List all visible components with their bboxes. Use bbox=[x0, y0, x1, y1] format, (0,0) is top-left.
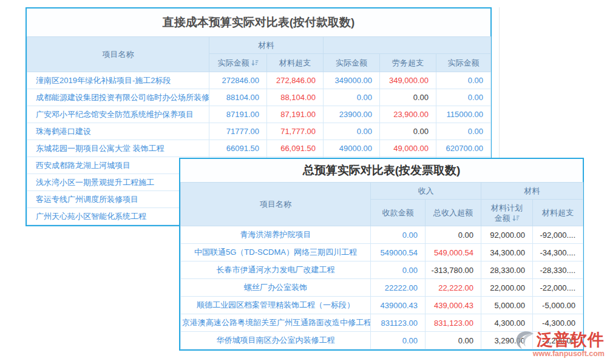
project-name-link[interactable]: 成都能源建设集团投资有限公司临时办公场所装修工程 bbox=[27, 89, 209, 106]
table-row: 广安邓小平纪念馆安全防范系统维护保养项目 87191.00 87,191.00 … bbox=[27, 106, 491, 123]
fanpu-watermark: 泛普软件 www.fanpusoft.com bbox=[509, 330, 605, 359]
cell-income-over: 0.00 bbox=[426, 226, 481, 244]
cell-actual-material: 88104.00 bbox=[209, 89, 267, 106]
table2-group-income: 收入 bbox=[371, 183, 481, 200]
cell-actual-material: 272846.00 bbox=[209, 72, 267, 89]
cell-actual-labor: 0.00 bbox=[324, 89, 380, 106]
project-name-link[interactable]: 京港澳高速公路粤境韶关至广州互通路面改造中修工程 bbox=[181, 314, 371, 332]
table1-group-material: 材料 bbox=[209, 37, 324, 54]
cell-labor-over: 49,000.00 bbox=[380, 140, 436, 157]
cell-actual-labor: 49000.00 bbox=[324, 140, 380, 157]
table-row: 中国联通5G（TD-SCDMA）网络三期四川工程 549000.54 549,0… bbox=[181, 244, 583, 261]
cell-labor-over: 349,000.00 bbox=[380, 72, 436, 89]
cell-receipt: 0.00 bbox=[371, 226, 426, 244]
table1-header-actual-other[interactable]: 实际金额 bbox=[436, 54, 491, 72]
table2-header-project: 项目名称 bbox=[181, 183, 371, 226]
table1-title: 直接成本预算实际对比表(按付款取数) bbox=[27, 8, 490, 36]
table2-header-receipt[interactable]: 收款金额 bbox=[371, 200, 426, 226]
table1-header-actual-labor[interactable]: 实际金额 bbox=[324, 54, 380, 72]
cell-material-over: 87,191.00 bbox=[267, 106, 324, 123]
table1-header-project: 项目名称 bbox=[27, 37, 209, 72]
cell-receipt: 549000.54 bbox=[371, 244, 426, 261]
cell-labor-over: 23,900.00 bbox=[380, 106, 436, 123]
project-name-link[interactable]: 青海洪湖养护院项目 bbox=[181, 226, 371, 244]
cell-material-plan: 92,000.00 bbox=[481, 226, 533, 244]
cell-material-over: -34,300.... bbox=[533, 244, 583, 261]
sort-desc-icon[interactable] bbox=[251, 59, 259, 66]
cell-income-over: 549,000.54 bbox=[426, 244, 481, 261]
cell-actual-other: 0.00 bbox=[436, 123, 491, 140]
table1-header-labor-over[interactable]: 劳务超支 bbox=[380, 54, 436, 72]
table-row: 潼南区2019年绿化补贴项目-施工2标段 272846.00 272,846.0… bbox=[27, 72, 491, 89]
cell-actual-other: 0.00 bbox=[436, 89, 491, 106]
cell-actual-labor: 23900.00 bbox=[324, 106, 380, 123]
cell-receipt: 0.00 bbox=[371, 332, 426, 349]
cell-material-plan: 22,000.00 bbox=[481, 279, 533, 297]
total-budget-comparison-panel: 总预算实际对比表(按发票取数) 项目名称 收入 材料 收款金额 总收入超额 材料… bbox=[179, 158, 584, 351]
fanpu-brand-text: 泛普软件 bbox=[537, 331, 605, 349]
table-row: 成都能源建设集团投资有限公司临时办公场所装修工程 88104.00 88,104… bbox=[27, 89, 491, 106]
cell-income-over: -313,780.00 bbox=[426, 261, 481, 279]
cell-income-over: 22,222.00 bbox=[426, 279, 481, 297]
table2-header-material-over[interactable]: 材料超支 bbox=[533, 200, 583, 226]
table-row: 青海洪湖养护院项目 0.00 0.00 92,000.00 -92,000...… bbox=[181, 226, 583, 244]
project-name-link[interactable]: 螺丝厂办公室装饰 bbox=[181, 279, 371, 297]
fanpu-url-text: www.fanpusoft.com bbox=[509, 349, 605, 359]
cell-actual-other: 115000.00 bbox=[436, 106, 491, 123]
cell-material-over: -4,300.00 bbox=[533, 314, 583, 332]
cell-income-over: 439,000.43 bbox=[426, 297, 481, 314]
project-name-link[interactable]: 华侨城项目南区办公室内装修工程 bbox=[181, 332, 371, 349]
table2-group-material: 材料 bbox=[481, 183, 583, 200]
table-row: 长春市伊通河水力发电厂改建工程 0.00 -313,780.00 28,330.… bbox=[181, 261, 583, 279]
project-name-link[interactable]: 顺德工业园区档案管理精装饰工程（一标段） bbox=[181, 297, 371, 314]
table1-header-material-over[interactable]: 材料超支 bbox=[267, 54, 324, 72]
cell-material-over: 272,846.00 bbox=[267, 72, 324, 89]
cell-actual-material: 87191.00 bbox=[209, 106, 267, 123]
cell-material-plan: 34,300.00 bbox=[481, 244, 533, 261]
cell-material-over: -92,000.... bbox=[533, 226, 583, 244]
cell-receipt: 22222.00 bbox=[371, 279, 426, 297]
table-row: 珠海鹤港口建设 71777.00 71,777.00 0.00 0.00 0.0… bbox=[27, 123, 491, 140]
cell-material-over: -28,330.... bbox=[533, 261, 583, 279]
project-name-link[interactable]: 东城花园一期项目公寓大堂 装饰工程 bbox=[27, 140, 209, 157]
cell-material-over: -22,000.... bbox=[533, 279, 583, 297]
cell-actual-other: 620700.00 bbox=[436, 140, 491, 157]
project-name-link[interactable]: 珠海鹤港口建设 bbox=[27, 123, 209, 140]
total-budget-table: 项目名称 收入 材料 收款金额 总收入超额 材料计划金额 材料超支 青海洪湖养护… bbox=[180, 182, 583, 349]
table1-header-actual-material[interactable]: 实际金额 bbox=[209, 54, 267, 72]
cell-actual-labor: 0.00 bbox=[324, 123, 380, 140]
cell-actual-material: 66091.50 bbox=[209, 140, 267, 157]
table-row: 京港澳高速公路粤境韶关至广州互通路面改造中修工程 831123.00 831,1… bbox=[181, 314, 583, 332]
cell-labor-over: 0.00 bbox=[380, 123, 436, 140]
cell-material-over: 71,777.00 bbox=[267, 123, 324, 140]
cell-material-plan: 4,300.00 bbox=[481, 314, 533, 332]
project-name-link[interactable]: 长春市伊通河水力发电厂改建工程 bbox=[181, 261, 371, 279]
cell-actual-material: 71777.00 bbox=[209, 123, 267, 140]
cell-material-over: 88,104.00 bbox=[267, 89, 324, 106]
panel-edge-divider bbox=[499, 7, 500, 158]
table2-header-income-over[interactable]: 总收入超额 bbox=[426, 200, 481, 226]
cell-material-over: 66,091.50 bbox=[267, 140, 324, 157]
sort-desc-icon[interactable] bbox=[512, 215, 520, 221]
cell-income-over: 0.00 bbox=[426, 332, 481, 349]
table2-header-material-plan[interactable]: 材料计划金额 bbox=[481, 200, 533, 226]
project-name-link[interactable]: 潼南区2019年绿化补贴项目-施工2标段 bbox=[27, 72, 209, 89]
project-name-link[interactable]: 中国联通5G（TD-SCDMA）网络三期四川工程 bbox=[181, 244, 371, 261]
cell-actual-labor: 349000.00 bbox=[324, 72, 380, 89]
table-row: 螺丝厂办公室装饰 22222.00 22,222.00 22,000.00 -2… bbox=[181, 279, 583, 297]
table1-group-blank bbox=[324, 37, 491, 54]
cell-receipt: 0.00 bbox=[371, 261, 426, 279]
cell-receipt: 439000.43 bbox=[371, 297, 426, 314]
table-row: 顺德工业园区档案管理精装饰工程（一标段） 439000.43 439,000.4… bbox=[181, 297, 583, 314]
cell-actual-other: 0.00 bbox=[436, 72, 491, 89]
cell-income-over: 831,123.00 bbox=[426, 314, 481, 332]
cell-material-plan: 28,330.00 bbox=[481, 261, 533, 279]
cell-labor-over: 0.00 bbox=[380, 89, 436, 106]
table2-title: 总预算实际对比表(按发票取数) bbox=[180, 159, 583, 182]
fanpu-logo-icon bbox=[515, 330, 535, 349]
cell-material-over: -5,000.00 bbox=[533, 297, 583, 314]
table-row: 东城花园一期项目公寓大堂 装饰工程 66091.50 66,091.50 490… bbox=[27, 140, 491, 157]
cell-receipt: 831123.00 bbox=[371, 314, 426, 332]
cell-material-plan: 5,000.00 bbox=[481, 297, 533, 314]
project-name-link[interactable]: 广安邓小平纪念馆安全防范系统维护保养项目 bbox=[27, 106, 209, 123]
